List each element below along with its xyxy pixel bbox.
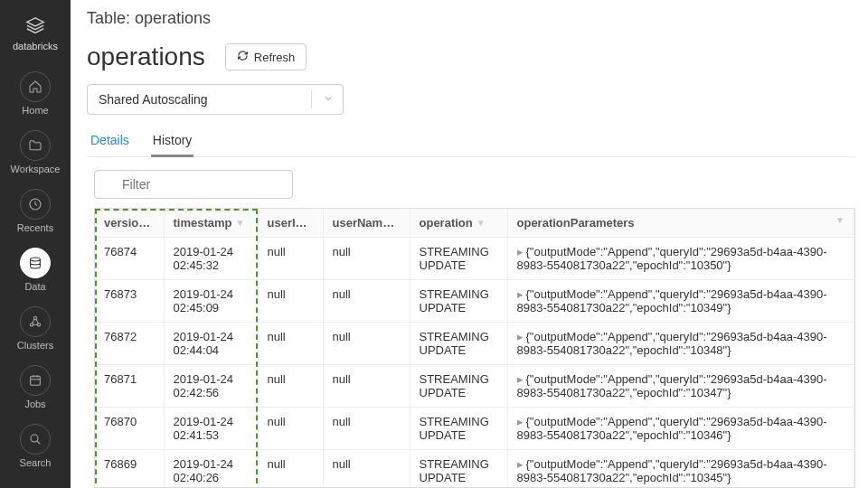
sidebar-item-home[interactable]: Home [0, 64, 71, 123]
cluster-select-wrap: Shared Autoscaling [87, 84, 855, 115]
tab-details[interactable]: Details [89, 126, 131, 156]
col-username[interactable]: userName▼ [323, 209, 410, 238]
cell-timestamp: 2019-01-24 02:44:04 [164, 323, 258, 365]
cell-userid: null [258, 280, 323, 323]
cell-userid: null [258, 365, 323, 408]
col-operation[interactable]: operation▼ [410, 209, 507, 238]
cell-username: null [323, 323, 410, 365]
cell-username: null [323, 365, 410, 408]
sort-icon: ▼ [307, 218, 316, 228]
tab-history[interactable]: History [151, 126, 194, 157]
caret-right-icon[interactable]: ▸ [517, 330, 524, 343]
col-operationparameters[interactable]: operationParameters▼ [507, 209, 854, 238]
cell-version: 76874 [95, 238, 164, 280]
cell-userid: null [258, 450, 323, 489]
col-timestamp[interactable]: timestamp▼ [164, 209, 258, 238]
brand-label: databricks [13, 41, 58, 52]
cell-username: null [323, 238, 410, 280]
table-row[interactable]: 768732019-01-24 02:45:09nullnullSTREAMIN… [95, 280, 854, 323]
sidebar-label: Search [20, 457, 52, 468]
cell-timestamp: 2019-01-24 02:45:09 [164, 280, 258, 323]
cell-username: null [323, 408, 410, 450]
caret-right-icon[interactable]: ▸ [517, 287, 524, 301]
cell-userid: null [258, 238, 323, 280]
refresh-label: Refresh [254, 51, 296, 64]
caret-right-icon[interactable]: ▸ [517, 415, 524, 428]
sidebar-label: Home [22, 105, 48, 116]
home-icon [20, 71, 51, 102]
svg-rect-5 [31, 376, 41, 385]
cell-params: ▸{"outputMode":"Append","queryId":"29693… [507, 365, 854, 408]
cell-params: ▸{"outputMode":"Append","queryId":"29693… [507, 238, 854, 280]
cell-params: ▸{"outputMode":"Append","queryId":"29693… [507, 450, 854, 489]
cell-params: ▸{"outputMode":"Append","queryId":"29693… [507, 323, 854, 365]
select-divider [311, 90, 312, 108]
table-header-row: version▼ timestamp▼ userId▼ userName▼ op… [95, 209, 854, 238]
cell-username: null [323, 280, 410, 323]
cell-operation: STREAMING UPDATE [410, 408, 507, 450]
cell-timestamp: 2019-01-24 02:42:56 [164, 365, 258, 408]
cell-timestamp: 2019-01-24 02:41:53 [164, 408, 258, 450]
caret-right-icon[interactable]: ▸ [517, 457, 524, 471]
cell-timestamp: 2019-01-24 02:40:26 [164, 450, 258, 489]
filter-input[interactable] [94, 170, 293, 199]
cluster-select-value: Shared Autoscaling [99, 92, 208, 107]
cell-version: 76869 [95, 450, 164, 489]
brand[interactable]: databricks [0, 7, 71, 64]
cell-operation: STREAMING UPDATE [410, 280, 507, 323]
sort-icon: ▼ [392, 218, 401, 228]
sidebar-item-data[interactable]: Data [0, 240, 71, 299]
sidebar-label: Clusters [17, 340, 53, 351]
table-row[interactable]: 768692019-01-24 02:40:26nullnullSTREAMIN… [95, 450, 854, 489]
table-row[interactable]: 768702019-01-24 02:41:53nullnullSTREAMIN… [95, 408, 854, 450]
cluster-select[interactable]: Shared Autoscaling [87, 84, 344, 115]
sidebar-item-jobs[interactable]: Jobs [0, 358, 71, 417]
table-row[interactable]: 768722019-01-24 02:44:04nullnullSTREAMIN… [95, 323, 854, 365]
svg-point-1 [31, 258, 41, 261]
sidebar-item-search[interactable]: Search [0, 417, 71, 475]
page-title: operations [87, 42, 205, 71]
cell-params: ▸{"outputMode":"Append","queryId":"29693… [507, 408, 854, 450]
table-row[interactable]: 768742019-01-24 02:45:32nullnullSTREAMIN… [95, 238, 854, 280]
sidebar-item-clusters[interactable]: Clusters [0, 299, 71, 358]
cell-userid: null [258, 408, 323, 450]
sidebar: databricks Home Workspace Recents Data C… [0, 0, 71, 488]
col-version[interactable]: version▼ [95, 209, 164, 238]
caret-right-icon[interactable]: ▸ [517, 372, 524, 386]
caret-right-icon[interactable]: ▸ [517, 245, 524, 258]
history-table-wrap: version▼ timestamp▼ userId▼ userName▼ op… [94, 208, 855, 488]
filter-row [94, 170, 855, 199]
cell-operation: STREAMING UPDATE [410, 450, 507, 489]
cell-operation: STREAMING UPDATE [410, 238, 507, 280]
main-content: Table: operations operations Refresh Sha… [71, 0, 868, 488]
table-row[interactable]: 768712019-01-24 02:42:56nullnullSTREAMIN… [95, 365, 854, 408]
title-row: operations Refresh [87, 42, 855, 71]
breadcrumb: Table: operations [87, 9, 855, 28]
sidebar-label: Data [24, 281, 45, 292]
database-icon [20, 248, 51, 278]
cell-version: 76873 [95, 280, 164, 323]
refresh-button[interactable]: Refresh [225, 43, 307, 70]
col-userid[interactable]: userId▼ [258, 209, 323, 238]
sidebar-item-workspace[interactable]: Workspace [0, 123, 71, 182]
search-icon [20, 424, 51, 455]
folder-icon [20, 130, 51, 161]
sidebar-label: Recents [17, 222, 53, 233]
cell-version: 76870 [95, 408, 164, 450]
tabs: Details History [87, 126, 855, 157]
sort-icon: ▼ [476, 218, 486, 228]
sort-icon: ▼ [236, 218, 245, 228]
clock-icon [20, 189, 51, 220]
cell-operation: STREAMING UPDATE [410, 365, 507, 408]
sidebar-item-recents[interactable]: Recents [0, 182, 71, 240]
cell-timestamp: 2019-01-24 02:45:32 [164, 238, 258, 280]
history-table: version▼ timestamp▼ userId▼ userName▼ op… [95, 209, 854, 488]
cell-version: 76871 [95, 365, 164, 408]
clusters-icon [20, 306, 51, 337]
svg-point-6 [31, 435, 38, 442]
sort-icon: ▼ [835, 215, 844, 225]
cell-userid: null [258, 323, 323, 365]
cell-params: ▸{"outputMode":"Append","queryId":"29693… [507, 280, 854, 323]
databricks-logo-icon [25, 16, 45, 38]
sidebar-label: Workspace [11, 164, 61, 174]
